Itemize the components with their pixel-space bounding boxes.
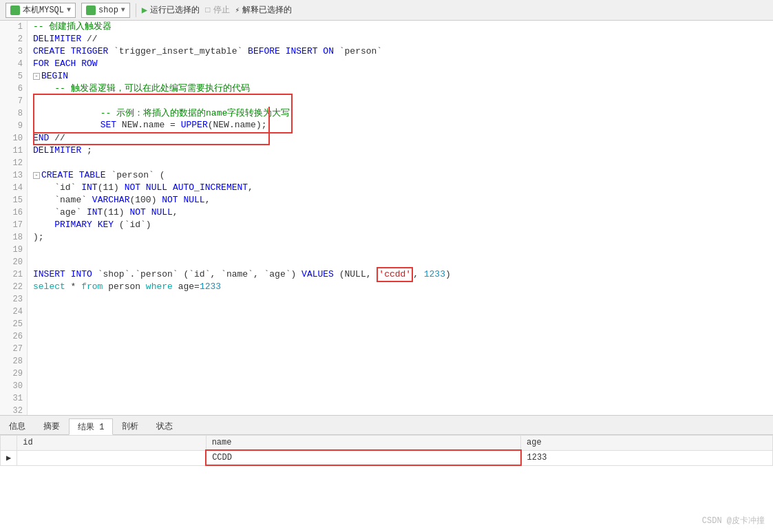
- line-num-1: 1: [0, 21, 23, 33]
- line-num-12: 12: [0, 157, 23, 169]
- code-line-26: [33, 330, 773, 343]
- line-num-22: 22: [0, 281, 23, 293]
- toolbar: 本机MYSQL ▼ shop ▼ ▶ 运行已选择的 □ 停止 ⚡ 解释已选择的: [0, 0, 773, 21]
- kw-delimiter: DELIMITER: [33, 33, 81, 45]
- code-line-18: );: [33, 231, 773, 244]
- col-id[interactable]: id: [17, 436, 206, 451]
- line-num-10: 10: [0, 132, 23, 145]
- explain-button[interactable]: ⚡ 解释已选择的: [235, 4, 293, 16]
- code-line-21: INSERT INTO `shop`.`person` (`id`, `name…: [33, 268, 773, 281]
- code-line-29: [33, 368, 773, 380]
- code-line-25: [33, 318, 773, 330]
- editor-container: 1 2 3 4 5 6 7 8 9 10 11 12 13 14 15 16 1…: [0, 21, 773, 415]
- line-num-11: 11: [0, 145, 23, 157]
- code-line-24: [33, 306, 773, 318]
- db-selector[interactable]: 本机MYSQL ▼: [6, 3, 76, 18]
- line-num-2: 2: [0, 33, 23, 45]
- table-row: ▶ CCDD 1233: [1, 450, 773, 465]
- schema-selector-arrow: ▼: [121, 6, 125, 14]
- code-line-23: [33, 293, 773, 306]
- schema-icon: [86, 6, 96, 15]
- code-line-3: CREATE TRIGGER `trigger_insert_mytable` …: [33, 45, 773, 58]
- line-num-32: 32: [0, 405, 23, 415]
- result-content: id name age ▶ CCDD 1233: [0, 435, 773, 532]
- stop-icon: □: [205, 6, 210, 15]
- line-num-14: 14: [0, 182, 23, 194]
- code-line-11: DELIMITER ;: [33, 145, 773, 157]
- code-line-17: PRIMARY KEY (`id`): [33, 219, 773, 231]
- code-line-12: [33, 157, 773, 169]
- cell-age[interactable]: 1233: [521, 450, 773, 465]
- code-area[interactable]: -- 创建插入触发器 DELIMITER // CREATE TRIGGER `…: [28, 21, 773, 415]
- code-line-19: [33, 244, 773, 256]
- row-indicator: ▶: [1, 450, 17, 465]
- line-num-25: 25: [0, 318, 23, 330]
- line-num-28: 28: [0, 355, 23, 368]
- code-line-30: [33, 380, 773, 392]
- line-num-27: 27: [0, 343, 23, 355]
- cell-id[interactable]: [17, 450, 206, 465]
- db-icon: [10, 6, 20, 15]
- tab-status[interactable]: 状态: [147, 418, 182, 434]
- tab-summary[interactable]: 摘要: [34, 418, 69, 434]
- line-num-23: 23: [0, 293, 23, 306]
- bottom-panel: 信息 摘要 结果 1 剖析 状态 id name age ▶ CCDD 1233: [0, 415, 773, 532]
- run-button[interactable]: ▶ 运行已选择的: [142, 4, 200, 16]
- stop-button[interactable]: □ 停止: [205, 4, 229, 16]
- kw-create: CREATE: [33, 45, 65, 58]
- fold-icon-5[interactable]: -: [33, 73, 40, 80]
- code-line-2: DELIMITER //: [33, 33, 773, 45]
- line-num-3: 3: [0, 45, 23, 58]
- col-indicator: [1, 436, 17, 451]
- line-num-30: 30: [0, 380, 23, 392]
- line-num-6: 6: [0, 83, 23, 95]
- schema-selector-label: shop: [98, 6, 118, 15]
- db-selector-arrow: ▼: [67, 6, 71, 14]
- kw-for: FOR: [33, 58, 49, 70]
- line-num-18: 18: [0, 231, 23, 244]
- db-selector-label: 本机MYSQL: [23, 4, 64, 16]
- line-num-19: 19: [0, 244, 23, 256]
- code-line-5: -BEGIN: [33, 70, 773, 83]
- line-num-21: 21: [0, 268, 23, 281]
- code-line-14: `id` INT(11) NOT NULL AUTO_INCREMENT,: [33, 182, 773, 194]
- code-line-4: FOR EACH ROW: [33, 58, 773, 70]
- run-icon: ▶: [142, 4, 147, 16]
- schema-selector[interactable]: shop ▼: [81, 3, 130, 18]
- code-line-9: SET NEW.name = UPPER(NEW.name);: [33, 120, 773, 132]
- line-num-20: 20: [0, 256, 23, 268]
- code-line-22: select * from person where age=1233: [33, 281, 773, 293]
- code-line-28: [33, 355, 773, 368]
- line-num-29: 29: [0, 368, 23, 380]
- tab-info[interactable]: 信息: [0, 418, 34, 434]
- code-line-1: -- 创建插入触发器: [33, 21, 773, 33]
- explain-icon: ⚡: [235, 6, 240, 14]
- line-num-13[interactable]: 13: [0, 169, 23, 182]
- line-num-5[interactable]: 5: [0, 70, 23, 83]
- code-line-31: [33, 392, 773, 405]
- tab-analyze[interactable]: 剖析: [113, 418, 147, 434]
- line-num-16: 16: [0, 206, 23, 219]
- code-line-16: `age` INT(11) NOT NULL,: [33, 206, 773, 219]
- run-label: 运行已选择的: [150, 4, 200, 16]
- line-num-8: 8: [0, 107, 23, 120]
- table-header-row: id name age: [1, 436, 773, 451]
- line-num-15: 15: [0, 194, 23, 206]
- tab-result1[interactable]: 结果 1: [69, 418, 113, 435]
- cell-name[interactable]: CCDD: [206, 450, 520, 465]
- stop-label: 停止: [213, 4, 230, 16]
- code-line-27: [33, 343, 773, 355]
- watermark: CSDN @皮卡冲撞: [702, 515, 765, 526]
- comment-1: -- 创建插入触发器: [33, 21, 112, 33]
- code-line-32: [33, 405, 773, 415]
- result-tabs: 信息 摘要 结果 1 剖析 状态: [0, 416, 773, 435]
- fold-icon-13[interactable]: -: [33, 172, 40, 179]
- line-num-31: 31: [0, 392, 23, 405]
- toolbar-divider: [136, 3, 136, 17]
- col-name[interactable]: name: [206, 436, 520, 451]
- code-line-13: -CREATE TABLE `person` (: [33, 169, 773, 182]
- col-age[interactable]: age: [521, 436, 773, 451]
- line-numbers: 1 2 3 4 5 6 7 8 9 10 11 12 13 14 15 16 1…: [0, 21, 28, 415]
- result-table: id name age ▶ CCDD 1233: [0, 435, 773, 466]
- line-num-26: 26: [0, 330, 23, 343]
